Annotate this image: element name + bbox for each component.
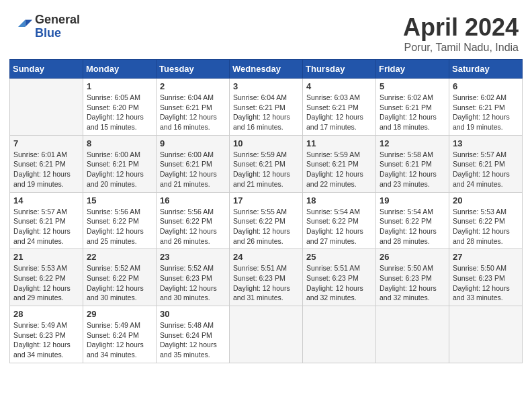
day-number: 5 — [380, 81, 445, 91]
calendar-table: SundayMondayTuesdayWednesdayThursdayFrid… — [9, 59, 523, 363]
calendar-cell — [10, 79, 83, 136]
day-info: Sunrise: 5:51 AMSunset: 6:23 PMDaylight:… — [233, 263, 299, 303]
calendar-cell: 19Sunrise: 5:54 AMSunset: 6:22 PMDayligh… — [376, 192, 449, 249]
day-info: Sunrise: 5:51 AMSunset: 6:23 PMDaylight:… — [306, 263, 372, 303]
calendar-cell: 22Sunrise: 5:52 AMSunset: 6:22 PMDayligh… — [83, 249, 157, 306]
calendar-cell: 8Sunrise: 6:00 AMSunset: 6:21 PMDaylight… — [83, 135, 157, 192]
calendar-cell: 7Sunrise: 6:01 AMSunset: 6:21 PMDaylight… — [10, 135, 83, 192]
calendar-cell: 6Sunrise: 6:02 AMSunset: 6:21 PMDaylight… — [449, 79, 523, 136]
day-info: Sunrise: 5:53 AMSunset: 6:22 PMDaylight:… — [13, 263, 79, 303]
day-info: Sunrise: 6:05 AMSunset: 6:20 PMDaylight:… — [87, 93, 152, 132]
day-number: 13 — [453, 138, 519, 148]
day-number: 28 — [13, 309, 79, 319]
day-info: Sunrise: 5:58 AMSunset: 6:21 PMDaylight:… — [380, 150, 445, 189]
calendar-cell: 9Sunrise: 6:00 AMSunset: 6:21 PMDaylight… — [157, 135, 230, 192]
day-number: 18 — [306, 195, 372, 205]
day-number: 20 — [453, 195, 519, 205]
day-number: 8 — [87, 138, 152, 148]
calendar-cell: 11Sunrise: 5:59 AMSunset: 6:21 PMDayligh… — [303, 135, 376, 192]
day-number: 29 — [87, 309, 152, 319]
day-number: 25 — [306, 252, 372, 262]
calendar-cell — [376, 306, 449, 363]
page-header: General Blue April 2024 Porur, Tamil Nad… — [7, 7, 525, 59]
day-info: Sunrise: 6:04 AMSunset: 6:21 PMDaylight:… — [233, 93, 299, 132]
day-info: Sunrise: 5:54 AMSunset: 6:22 PMDaylight:… — [380, 207, 445, 246]
day-number: 4 — [306, 81, 372, 91]
day-number: 9 — [160, 138, 226, 148]
day-info: Sunrise: 5:56 AMSunset: 6:22 PMDaylight:… — [87, 207, 152, 246]
day-number: 14 — [13, 195, 79, 205]
calendar-cell: 3Sunrise: 6:04 AMSunset: 6:21 PMDaylight… — [230, 79, 303, 136]
day-info: Sunrise: 6:04 AMSunset: 6:21 PMDaylight:… — [160, 93, 226, 132]
day-number: 3 — [233, 81, 299, 91]
calendar-cell: 12Sunrise: 5:58 AMSunset: 6:21 PMDayligh… — [376, 135, 449, 192]
calendar-cell: 4Sunrise: 6:03 AMSunset: 6:21 PMDaylight… — [303, 79, 376, 136]
title-area: April 2024 Porur, Tamil Nadu, India — [403, 13, 519, 54]
day-info: Sunrise: 6:02 AMSunset: 6:21 PMDaylight:… — [380, 93, 445, 132]
day-info: Sunrise: 5:50 AMSunset: 6:23 PMDaylight:… — [380, 263, 445, 303]
day-number: 22 — [87, 252, 152, 262]
svg-marker-1 — [18, 19, 26, 27]
svg-marker-0 — [26, 19, 33, 27]
day-info: Sunrise: 6:03 AMSunset: 6:21 PMDaylight:… — [306, 93, 372, 132]
day-info: Sunrise: 5:59 AMSunset: 6:21 PMDaylight:… — [306, 150, 372, 189]
day-info: Sunrise: 5:56 AMSunset: 6:22 PMDaylight:… — [160, 207, 226, 246]
calendar-cell — [303, 306, 376, 363]
logo-general: General — [35, 13, 80, 27]
week-row-5: 28Sunrise: 5:49 AMSunset: 6:23 PMDayligh… — [10, 306, 523, 363]
day-info: Sunrise: 5:49 AMSunset: 6:24 PMDaylight:… — [87, 320, 152, 360]
location: Porur, Tamil Nadu, India — [403, 42, 519, 54]
week-row-2: 7Sunrise: 6:01 AMSunset: 6:21 PMDaylight… — [10, 135, 523, 192]
day-number: 26 — [380, 252, 445, 262]
day-number: 19 — [380, 195, 445, 205]
calendar-cell: 29Sunrise: 5:49 AMSunset: 6:24 PMDayligh… — [83, 306, 157, 363]
logo-blue: Blue — [35, 27, 80, 40]
day-number: 21 — [13, 252, 79, 262]
day-info: Sunrise: 5:53 AMSunset: 6:22 PMDaylight:… — [453, 207, 519, 246]
day-info: Sunrise: 5:54 AMSunset: 6:22 PMDaylight:… — [306, 207, 372, 246]
calendar-cell: 30Sunrise: 5:48 AMSunset: 6:24 PMDayligh… — [157, 306, 230, 363]
day-number: 27 — [453, 252, 519, 262]
day-info: Sunrise: 5:52 AMSunset: 6:22 PMDaylight:… — [87, 263, 152, 303]
calendar-cell: 24Sunrise: 5:51 AMSunset: 6:23 PMDayligh… — [230, 249, 303, 306]
day-number: 24 — [233, 252, 299, 262]
calendar-cell: 15Sunrise: 5:56 AMSunset: 6:22 PMDayligh… — [83, 192, 157, 249]
day-info: Sunrise: 5:49 AMSunset: 6:23 PMDaylight:… — [13, 320, 79, 360]
day-info: Sunrise: 6:01 AMSunset: 6:21 PMDaylight:… — [13, 150, 79, 189]
logo-icon — [13, 17, 32, 36]
col-header-saturday: Saturday — [449, 60, 523, 79]
col-header-monday: Monday — [83, 60, 157, 79]
calendar-cell: 16Sunrise: 5:56 AMSunset: 6:22 PMDayligh… — [157, 192, 230, 249]
calendar-cell: 26Sunrise: 5:50 AMSunset: 6:23 PMDayligh… — [376, 249, 449, 306]
col-header-tuesday: Tuesday — [157, 60, 230, 79]
col-header-sunday: Sunday — [10, 60, 83, 79]
day-info: Sunrise: 5:57 AMSunset: 6:21 PMDaylight:… — [13, 207, 79, 246]
calendar-cell: 25Sunrise: 5:51 AMSunset: 6:23 PMDayligh… — [303, 249, 376, 306]
day-number: 15 — [87, 195, 152, 205]
calendar-cell: 5Sunrise: 6:02 AMSunset: 6:21 PMDaylight… — [376, 79, 449, 136]
week-row-3: 14Sunrise: 5:57 AMSunset: 6:21 PMDayligh… — [10, 192, 523, 249]
calendar-cell: 20Sunrise: 5:53 AMSunset: 6:22 PMDayligh… — [449, 192, 523, 249]
day-info: Sunrise: 5:55 AMSunset: 6:22 PMDaylight:… — [233, 207, 299, 246]
day-info: Sunrise: 5:59 AMSunset: 6:21 PMDaylight:… — [233, 150, 299, 189]
calendar-cell: 13Sunrise: 5:57 AMSunset: 6:21 PMDayligh… — [449, 135, 523, 192]
day-info: Sunrise: 6:02 AMSunset: 6:21 PMDaylight:… — [453, 93, 519, 132]
calendar-cell: 23Sunrise: 5:52 AMSunset: 6:23 PMDayligh… — [157, 249, 230, 306]
month-title: April 2024 — [403, 13, 519, 42]
day-number: 10 — [233, 138, 299, 148]
day-number: 17 — [233, 195, 299, 205]
logo: General Blue — [13, 13, 80, 40]
col-header-wednesday: Wednesday — [230, 60, 303, 79]
day-number: 7 — [13, 138, 79, 148]
week-row-4: 21Sunrise: 5:53 AMSunset: 6:22 PMDayligh… — [10, 249, 523, 306]
day-number: 6 — [453, 81, 519, 91]
day-number: 30 — [160, 309, 226, 319]
calendar-cell: 28Sunrise: 5:49 AMSunset: 6:23 PMDayligh… — [10, 306, 83, 363]
calendar-cell: 10Sunrise: 5:59 AMSunset: 6:21 PMDayligh… — [230, 135, 303, 192]
calendar-cell — [230, 306, 303, 363]
calendar-cell: 18Sunrise: 5:54 AMSunset: 6:22 PMDayligh… — [303, 192, 376, 249]
col-header-thursday: Thursday — [303, 60, 376, 79]
calendar-cell: 17Sunrise: 5:55 AMSunset: 6:22 PMDayligh… — [230, 192, 303, 249]
calendar-header-row: SundayMondayTuesdayWednesdayThursdayFrid… — [10, 60, 523, 79]
calendar-cell — [449, 306, 523, 363]
